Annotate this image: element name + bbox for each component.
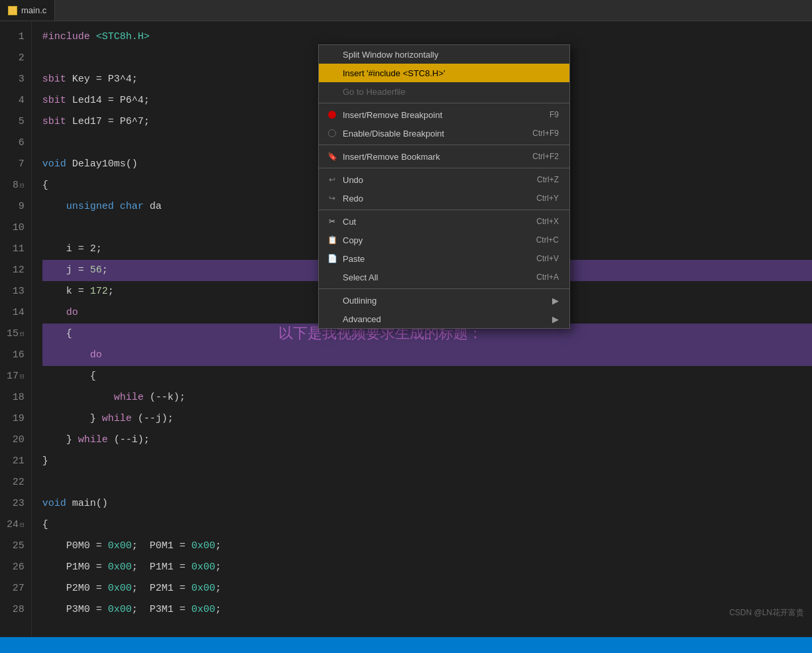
shortcut-ctrl-c: Ctrl+C (536, 235, 559, 245)
tab-label: main.c (21, 5, 46, 15)
code-line: do (42, 345, 812, 366)
tab-main-c[interactable]: main.c (0, 0, 55, 21)
copy-icon: 📋 (327, 235, 337, 245)
menu-item-label: Split Window horizontally (343, 50, 439, 60)
csdn-watermark: CSDN @LN花开富贵 (729, 607, 804, 619)
code-line: P0M0 = 0x00; P0M1 = 0x00; (42, 536, 812, 557)
code-line: } (42, 451, 812, 472)
redo-icon: ↪ (327, 193, 337, 204)
bookmark-icon: 🔖 (327, 151, 337, 162)
menu-item-cut[interactable]: ✂ Cut Ctrl+X (319, 212, 569, 231)
shortcut-ctrl-v: Ctrl+V (536, 254, 559, 263)
code-line: void main() (42, 493, 812, 514)
menu-item-split-window[interactable]: Split Window horizontally (319, 45, 569, 64)
menu-item-undo[interactable]: ↩ Undo Ctrl+Z (319, 170, 569, 189)
menu-item-select-all[interactable]: Select All Ctrl+A (319, 268, 569, 286)
submenu-arrow-icon: ▶ (552, 296, 559, 306)
menu-item-label: Go to Headerfile (343, 87, 406, 97)
shortcut-ctrl-f9: Ctrl+F9 (532, 129, 559, 138)
menu-item-label: Copy (343, 235, 363, 245)
advanced-icon (327, 314, 337, 324)
menu-item-advanced[interactable]: Advanced ▶ (319, 310, 569, 328)
menu-item-label: Select All (343, 272, 378, 282)
code-line: P3M0 = 0x00; P3M1 = 0x00; (42, 599, 812, 621)
code-line (42, 472, 812, 493)
menu-item-outlining[interactable]: Outlining ▶ (319, 291, 569, 310)
menu-separator (319, 288, 569, 289)
code-line: } while (--j); (42, 408, 812, 430)
undo-icon: ↩ (327, 174, 337, 185)
status-bar (0, 637, 812, 653)
paste-icon: 📄 (327, 253, 337, 264)
menu-item-label: Redo (343, 194, 363, 204)
cut-icon: ✂ (327, 216, 337, 227)
code-line: } while (--i); (42, 430, 812, 451)
menu-separator (319, 103, 569, 103)
shortcut-ctrl-x: Ctrl+X (536, 217, 559, 226)
code-line: P1M0 = 0x00; P1M1 = 0x00; (42, 557, 812, 578)
menu-item-label: Outlining (343, 296, 377, 306)
go-header-icon (327, 86, 337, 97)
shortcut-ctrl-a: Ctrl+A (536, 272, 559, 282)
menu-item-insert-bookmark[interactable]: 🔖 Insert/Remove Bookmark Ctrl+F2 (319, 147, 569, 166)
menu-item-paste[interactable]: 📄 Paste Ctrl+V (319, 249, 569, 268)
menu-item-insert-include[interactable]: Insert '#include <STC8.H>' (319, 64, 569, 82)
menu-item-label: Insert/Remove Bookmark (343, 152, 440, 162)
breakpoint-dot-icon (327, 109, 337, 120)
select-all-icon (327, 272, 337, 282)
menu-separator (319, 145, 569, 145)
menu-item-label: Insert/Remove Breakpoint (343, 110, 442, 120)
menu-item-copy[interactable]: 📋 Copy Ctrl+C (319, 231, 569, 249)
context-menu[interactable]: Split Window horizontally Insert '#inclu… (318, 44, 570, 329)
menu-item-go-to-header[interactable]: Go to Headerfile (319, 82, 569, 101)
menu-item-redo[interactable]: ↪ Redo Ctrl+Y (319, 189, 569, 208)
insert-include-icon (327, 68, 337, 78)
menu-item-insert-breakpoint[interactable]: Insert/Remove Breakpoint F9 (319, 105, 569, 124)
menu-item-label: Cut (343, 217, 356, 227)
outlining-icon (327, 295, 337, 306)
shortcut-ctrl-y: Ctrl+Y (536, 194, 559, 203)
menu-separator (319, 209, 569, 210)
code-line: { (42, 514, 812, 536)
code-editor[interactable]: 1 2 3 4 5 6 7 8⊟ 9 10 11 12 13 14 15⊟ 16… (0, 21, 812, 637)
menu-item-label: Undo (343, 175, 363, 185)
line-numbers: 1 2 3 4 5 6 7 8⊟ 9 10 11 12 13 14 15⊟ 16… (0, 21, 32, 637)
breakpoint-circle-icon (327, 128, 337, 139)
shortcut-ctrl-f2: Ctrl+F2 (532, 152, 559, 161)
file-icon (8, 6, 17, 15)
menu-item-label: Insert '#include <STC8.H>' (343, 68, 445, 78)
menu-item-enable-breakpoint[interactable]: Enable/Disable Breakpoint Ctrl+F9 (319, 124, 569, 143)
menu-item-label: Paste (343, 254, 365, 264)
menu-item-label: Enable/Disable Breakpoint (343, 129, 444, 139)
tab-bar: main.c (0, 0, 812, 21)
code-line: { (42, 366, 812, 387)
submenu-arrow-icon: ▶ (552, 314, 559, 324)
menu-item-label: Advanced (343, 314, 381, 324)
menu-separator (319, 168, 569, 168)
shortcut-ctrl-z: Ctrl+Z (537, 175, 559, 184)
code-line: while (--k); (42, 387, 812, 408)
code-line: P2M0 = 0x00; P2M1 = 0x00; (42, 578, 812, 599)
split-window-icon (327, 49, 337, 60)
shortcut-f9: F9 (550, 110, 559, 119)
